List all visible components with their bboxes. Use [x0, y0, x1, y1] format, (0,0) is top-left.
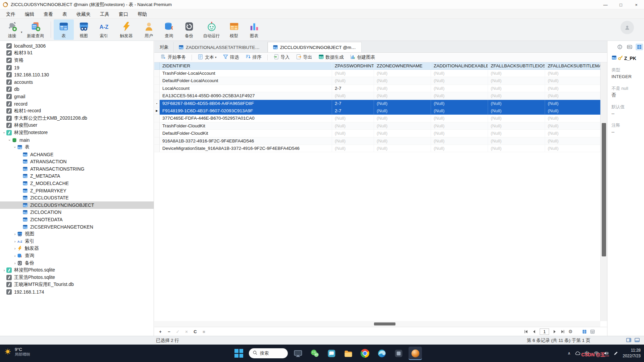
tree-item-Z_METADATA[interactable]: Z_METADATA — [0, 173, 154, 180]
model-button[interactable]: 模型 — [224, 19, 244, 40]
grid-cell[interactable]: (Null) — [374, 100, 431, 107]
tree-expand-arrow[interactable]: › — [13, 145, 17, 149]
grid-cell[interactable]: (Null) — [374, 85, 431, 92]
user-button[interactable]: 用户 — [139, 19, 159, 40]
grid-cell[interactable]: 377C465E-FDFA-446E-B670-052957A01CA0 — [160, 115, 332, 122]
column-header-ZFALLBACKSUBTITLEIOS[interactable]: ZFALLBACKSUBTITLEIOS — [488, 62, 545, 69]
grid-cell[interactable]: (Null) — [431, 137, 488, 145]
grid-cell[interactable]: DefaultFolder-CloudKit — [160, 130, 332, 137]
menu-item-文件[interactable]: 文件 — [1, 9, 20, 19]
grid-cell[interactable]: (Null) — [488, 122, 545, 130]
grid-cell[interactable]: EA13CCE5-5614-455D-8090-2C5B3A1F4927 — [160, 92, 332, 100]
grid-cell[interactable]: (Null) — [488, 92, 545, 100]
tree-item-19[interactable]: 19 — [0, 64, 154, 71]
table-row[interactable]: DefaultFolder-CloudKit(Null)(Null)(Null)… — [154, 130, 600, 137]
tree-item-ZICCLOUDSYNCINGOBJECT[interactable]: ZICCLOUDSYNCINGOBJECT — [0, 201, 154, 209]
数据生成-button[interactable]: 数据生成 — [316, 53, 346, 62]
page-number-input[interactable]: 1 — [540, 328, 549, 335]
toggle-bottom-panel-icon[interactable] — [634, 337, 640, 344]
taskbar-app-chrome-icon[interactable] — [358, 347, 372, 360]
grid-cell[interactable]: (Null) — [545, 85, 600, 92]
last-page-button[interactable] — [560, 329, 565, 334]
grid-cell[interactable]: (Null) — [332, 92, 374, 100]
tree-item-ZICLOCATION[interactable]: ZICLOCATION — [0, 209, 154, 216]
tree-item-ACHANGE[interactable]: ACHANGE — [0, 151, 154, 158]
grid-cell[interactable]: DefaultFolder-LocalAccount — [160, 77, 332, 84]
grid-cell[interactable]: TrashFolder-CloudKit — [160, 122, 332, 130]
next-page-button[interactable] — [552, 329, 557, 334]
tree-item-检材1-record[interactable]: 检材1-record — [0, 107, 154, 115]
column-header-ZADDITIONALINDEXABLE[interactable]: ZADDITIONALINDEXABLE — [431, 62, 488, 69]
tree-item-192.168.110.130[interactable]: 192.168.110.130 — [0, 71, 154, 78]
previous-page-button[interactable] — [532, 329, 537, 334]
tree-expand-arrow[interactable]: › — [13, 232, 17, 236]
tree-item-ZICSERVERCHANGETOKEN[interactable]: ZICSERVERCHANGETOKEN — [0, 223, 154, 231]
grid-view-button[interactable] — [582, 329, 587, 334]
automation-button[interactable]: 自动运行 — [199, 19, 224, 40]
table-row[interactable]: EA13CCE5-5614-455D-8090-2C5B3A1F4927(Nul… — [154, 92, 600, 100]
start-button[interactable] — [232, 347, 246, 360]
grid-cell[interactable]: (Null) — [374, 145, 431, 152]
close-button[interactable]: × — [629, 0, 644, 9]
grid-cell[interactable]: (Null) — [374, 115, 431, 122]
table-row[interactable]: 916A8A1B-3372-4916-9F2C-9F4EBFA4D546(Nul… — [154, 137, 600, 145]
tree-item-表[interactable]: ›表 — [0, 143, 154, 151]
grid-cell[interactable]: LocalAccount — [160, 85, 332, 92]
pen-icon[interactable] — [613, 351, 619, 356]
tree-item-备份[interactable]: ›备份 — [0, 259, 154, 267]
grid-cell[interactable]: (Null) — [545, 137, 600, 145]
grid-cell[interactable]: (Null) — [431, 92, 488, 100]
taskbar-weather[interactable]: 9°C 局部晴朗 — [4, 347, 30, 357]
grid-cell[interactable]: (Null) — [332, 70, 374, 77]
grid-cell[interactable]: 2-7 — [332, 107, 374, 115]
grid-cell[interactable]: (Null) — [431, 130, 488, 137]
tree-item-gmail[interactable]: gmail — [0, 93, 154, 100]
connect-dropdown-caret[interactable]: ▾ — [21, 31, 22, 34]
query-button[interactable]: 查询 — [159, 19, 179, 40]
grid-cell[interactable]: (Null) — [332, 137, 374, 145]
tree-item-ATRANSACTION[interactable]: ATRANSACTION — [0, 158, 154, 166]
record-marker-none[interactable] — [154, 92, 160, 100]
grid-cell[interactable]: (Null) — [488, 107, 545, 115]
ddl-icon[interactable]: DDL — [626, 44, 633, 50]
table-row[interactable]: •92F68267-B46D-4D55-8B04-A4FA9658FD8F2-7… — [154, 100, 600, 107]
grid-cell[interactable]: 92F68267-B46D-4D55-8B04-A4FA9658FD8F — [160, 100, 332, 107]
tree-item-林俊熙user[interactable]: 林俊熙user — [0, 122, 154, 129]
refresh-button[interactable]: C — [193, 329, 198, 334]
tree-item-林浚熙Photos.sqlite[interactable]: ›林浚熙Photos.sqlite — [0, 266, 154, 274]
menu-item-编辑[interactable]: 编辑 — [20, 9, 39, 19]
grid-cell[interactable]: (Null) — [431, 145, 488, 152]
tree-item-资格[interactable]: 资格 — [0, 57, 154, 64]
grid-cell[interactable]: (Null) — [431, 107, 488, 115]
vertical-scrollbar[interactable] — [600, 62, 607, 321]
grid-cell[interactable]: (Null) — [488, 130, 545, 137]
grid-cell[interactable]: (Null) — [545, 130, 600, 137]
grid-cell[interactable]: (Null) — [545, 107, 600, 115]
tree-item-192.168.1.174[interactable]: 192.168.1.174 — [0, 288, 154, 296]
tree-item-accounts[interactable]: accounts — [0, 78, 154, 86]
tree-expand-arrow[interactable]: › — [13, 239, 17, 243]
record-marker-none[interactable] — [154, 137, 160, 145]
tree-item-Z_MODELCACHE[interactable]: Z_MODELCACHE — [0, 180, 154, 187]
taskbar-search[interactable]: 搜索 — [249, 348, 288, 358]
menu-item-窗口[interactable]: 窗口 — [114, 9, 133, 19]
grid-cell[interactable]: (Null) — [488, 145, 545, 152]
first-page-button[interactable] — [524, 329, 529, 334]
grid-cell[interactable]: (Null) — [332, 145, 374, 152]
grid-cell[interactable]: (Null) — [374, 77, 431, 84]
record-marker-none[interactable] — [154, 145, 160, 152]
tree-item-触发器[interactable]: ›触发器 — [0, 245, 154, 252]
tree-item-视图[interactable]: ›视图 — [0, 230, 154, 238]
tab-objects[interactable]: 对象 — [155, 42, 174, 52]
taskbar-app-edge-icon[interactable] — [375, 347, 388, 360]
tree-expand-arrow[interactable]: › — [2, 268, 6, 272]
导入-button[interactable]: 导入 — [271, 53, 292, 62]
grid-cell[interactable]: (Null) — [374, 107, 431, 115]
grid-cell[interactable]: (Null) — [488, 70, 545, 77]
tree-item-Z_PRIMARYKEY[interactable]: Z_PRIMARYKEY — [0, 187, 154, 194]
tray-chevron-up-icon[interactable]: ∧ — [568, 351, 571, 356]
minimize-button[interactable]: — — [598, 0, 613, 9]
taskbar-app-navicat-icon[interactable] — [409, 347, 422, 360]
tree-item-林浚熙notestore[interactable]: ›林浚熙notestore — [0, 129, 154, 136]
horizontal-scrollbar[interactable] — [154, 321, 600, 327]
